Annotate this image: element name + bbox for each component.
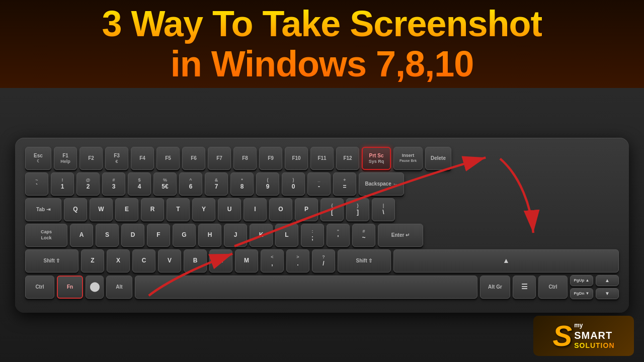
key-a[interactable]: A xyxy=(70,224,93,247)
key-2[interactable]: @2 xyxy=(76,172,100,196)
key-equal[interactable]: += xyxy=(333,172,356,196)
asdf-key-row: CapsLock A S D F G H J K L :; "' #~ Ente… xyxy=(25,224,619,247)
key-delete[interactable]: Delete xyxy=(425,147,451,170)
key-l[interactable]: L xyxy=(275,224,298,247)
qwerty-key-row: Tab ⇥ Q W E R T Y U I O P {[ }] |\ xyxy=(25,198,619,221)
key-c[interactable]: C xyxy=(132,249,155,273)
keyboard-area: Esc☾ F1Help F2 F3€ F4 F5 F6 F7 F8 F9 F10… xyxy=(0,88,644,362)
key-q[interactable]: Q xyxy=(64,198,87,221)
key-t[interactable]: T xyxy=(167,198,190,221)
key-w[interactable]: W xyxy=(90,198,113,221)
key-period[interactable]: >. xyxy=(286,249,309,273)
key-f10[interactable]: F10 xyxy=(285,147,308,170)
key-r[interactable]: R xyxy=(141,198,164,221)
key-k[interactable]: K xyxy=(250,224,273,247)
key-e[interactable]: E xyxy=(115,198,138,221)
key-arrow-up[interactable]: ▲ xyxy=(393,249,619,273)
key-ctrl-left[interactable]: Ctrl xyxy=(25,276,54,299)
key-o[interactable]: O xyxy=(269,198,292,221)
key-g[interactable]: G xyxy=(173,224,196,247)
key-0[interactable]: )0 xyxy=(282,172,305,196)
key-pgdn[interactable]: PgDn ▼ xyxy=(570,288,593,299)
key-alt-left[interactable]: Alt xyxy=(106,276,132,299)
key-s[interactable]: S xyxy=(96,224,119,247)
key-alt-gr[interactable]: Alt Gr xyxy=(480,276,510,299)
zxcv-key-row: Shift ⇧ Z X C V B N M <, >. ?/ Shift ⇧ ▲ xyxy=(25,249,619,273)
logo-smart: SMART xyxy=(574,329,614,341)
key-arrow-up2[interactable]: ▲ xyxy=(596,275,619,286)
key-fn[interactable]: Fn xyxy=(57,276,83,299)
key-rbracket[interactable]: }] xyxy=(346,198,369,221)
key-tilde[interactable]: ~` xyxy=(25,172,48,196)
key-6[interactable]: ^6 xyxy=(179,172,202,196)
key-hash[interactable]: #~ xyxy=(352,224,375,247)
key-n[interactable]: N xyxy=(209,249,232,273)
key-win[interactable]: ⬤ xyxy=(86,276,104,299)
key-v[interactable]: V xyxy=(158,249,181,273)
keyboard: Esc☾ F1Help F2 F3€ F4 F5 F6 F7 F8 F9 F10… xyxy=(15,138,629,313)
key-f4[interactable]: F4 xyxy=(131,147,154,170)
title-line1: 3 Way To Take Screenshot xyxy=(102,4,542,44)
key-f2[interactable]: F2 xyxy=(79,147,103,170)
key-j[interactable]: J xyxy=(224,224,247,247)
key-d[interactable]: D xyxy=(121,224,144,247)
title-area: 3 Way To Take Screenshot in Windows 7,8,… xyxy=(0,0,644,88)
logo-area: S my SMART SOLUTION xyxy=(533,316,634,356)
key-f5[interactable]: F5 xyxy=(156,147,180,170)
key-p[interactable]: P xyxy=(295,198,318,221)
key-z[interactable]: Z xyxy=(81,249,104,273)
logo-text: my SMART SOLUTION xyxy=(574,322,614,349)
key-semicolon[interactable]: :; xyxy=(301,224,324,247)
key-i[interactable]: I xyxy=(244,198,267,221)
key-ctrl-right[interactable]: Ctrl xyxy=(538,276,568,299)
key-y[interactable]: Y xyxy=(192,198,215,221)
key-9[interactable]: (9 xyxy=(256,172,279,196)
key-b[interactable]: B xyxy=(184,249,207,273)
key-caps-lock[interactable]: CapsLock xyxy=(25,224,67,247)
key-arrow-down[interactable]: ▼ xyxy=(596,288,619,299)
key-f11[interactable]: F11 xyxy=(310,147,334,170)
logo-my: my xyxy=(574,322,614,329)
key-f1[interactable]: F1Help xyxy=(54,147,77,170)
title-line2: in Windows 7,8,10 xyxy=(171,44,474,84)
key-1[interactable]: !1 xyxy=(51,172,74,196)
key-u[interactable]: U xyxy=(218,198,241,221)
key-slash[interactable]: ?/ xyxy=(312,249,335,273)
key-pgup[interactable]: PgUp ▲ xyxy=(570,275,593,286)
key-f[interactable]: F xyxy=(147,224,170,247)
key-tab[interactable]: Tab ⇥ xyxy=(25,198,61,221)
key-7[interactable]: &7 xyxy=(205,172,228,196)
bottom-key-row: Ctrl Fn ⬤ Alt Alt Gr ☰ Ctrl PgUp ▲ PgDn … xyxy=(25,275,619,299)
fn-key-row: Esc☾ F1Help F2 F3€ F4 F5 F6 F7 F8 F9 F10… xyxy=(25,147,619,170)
key-x[interactable]: X xyxy=(107,249,130,273)
key-enter[interactable]: Enter ↵ xyxy=(378,224,423,247)
key-esc[interactable]: Esc☾ xyxy=(25,147,51,170)
key-shift-right[interactable]: Shift ⇧ xyxy=(338,249,391,273)
key-f3[interactable]: F3€ xyxy=(105,147,128,170)
key-m[interactable]: M xyxy=(235,249,258,273)
key-backslash[interactable]: |\ xyxy=(372,198,395,221)
number-key-row: ~` !1 @2 #3 $4 %5€ ^6 &7 *8 (9 )0 _- += … xyxy=(25,172,619,196)
key-f6[interactable]: F6 xyxy=(182,147,205,170)
key-h[interactable]: H xyxy=(198,224,221,247)
key-comma[interactable]: <, xyxy=(261,249,284,273)
key-f9[interactable]: F9 xyxy=(259,147,282,170)
key-8[interactable]: *8 xyxy=(230,172,254,196)
key-f12[interactable]: F12 xyxy=(336,147,359,170)
key-shift-left[interactable]: Shift ⇧ xyxy=(25,249,78,273)
logo-solution: SOLUTION xyxy=(574,341,614,350)
key-lbracket[interactable]: {[ xyxy=(320,198,344,221)
key-prtsc[interactable]: Prt Sc Sys Rq xyxy=(362,147,391,170)
title-text: 3 Way To Take Screenshot in Windows 7,8,… xyxy=(102,4,542,83)
key-menu[interactable]: ☰ xyxy=(513,276,536,299)
key-3[interactable]: #3 xyxy=(102,172,125,196)
key-insert[interactable]: InsertPause Brk xyxy=(393,147,423,170)
key-backspace[interactable]: Backspace ← xyxy=(359,172,404,196)
key-f7[interactable]: F7 xyxy=(208,147,231,170)
key-quote[interactable]: "' xyxy=(327,224,350,247)
key-minus[interactable]: _- xyxy=(307,172,331,196)
key-5[interactable]: %5€ xyxy=(153,172,177,196)
key-f8[interactable]: F8 xyxy=(233,147,257,170)
key-space[interactable] xyxy=(135,276,477,299)
key-4[interactable]: $4 xyxy=(128,172,151,196)
